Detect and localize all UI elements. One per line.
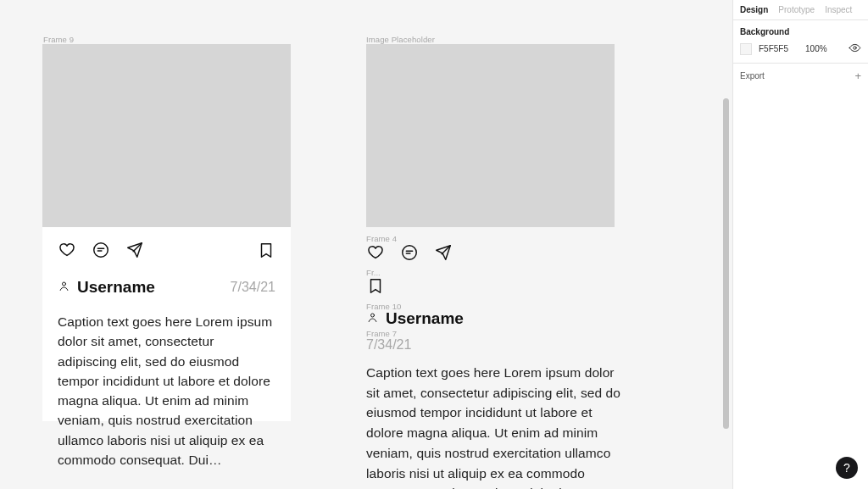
svg-point-0 [94, 243, 108, 258]
canvas-scrollbar-track[interactable] [723, 0, 729, 489]
heart-icon[interactable] [58, 241, 76, 263]
post-caption: Caption text goes here Lorem ipsum dolor… [58, 312, 275, 470]
help-label: ? [843, 461, 850, 475]
bookmark-icon[interactable] [257, 241, 275, 263]
frame-label-frame-9[interactable]: Frame 9 [43, 35, 74, 44]
post-actions-row [58, 241, 275, 263]
inspector-panel: Design Prototype Inspect Background F5F5… [732, 0, 868, 489]
share-icon[interactable] [434, 243, 453, 265]
svg-point-3 [371, 314, 375, 317]
post-date: 7/34/21 [231, 280, 275, 295]
comment-icon[interactable] [92, 241, 110, 263]
tab-design[interactable]: Design [740, 5, 768, 14]
svg-point-4 [854, 47, 856, 49]
frame-label-image-placeholder[interactable]: Image Placeholder [366, 35, 435, 44]
post-actions-row-right [366, 243, 453, 265]
svg-point-2 [403, 246, 417, 260]
post-username: Username [77, 278, 155, 297]
share-icon[interactable] [125, 241, 144, 263]
export-section[interactable]: Export + [733, 64, 868, 88]
background-section: Background F5F5F5 100% [733, 20, 868, 64]
frame-label-frame-4[interactable]: Frame 4 [366, 234, 397, 243]
user-icon [58, 280, 70, 296]
canvas-scrollbar-thumb[interactable] [723, 98, 729, 429]
tab-inspect[interactable]: Inspect [825, 5, 852, 14]
plus-icon[interactable]: + [854, 70, 861, 81]
background-opacity[interactable]: 100% [805, 44, 827, 53]
post-user-row-right: Username [366, 309, 464, 328]
svg-point-1 [63, 282, 66, 286]
post-card-left[interactable]: Username 7/34/21 Caption text goes here … [42, 227, 291, 421]
background-hex[interactable]: F5F5F5 [759, 44, 788, 53]
post-username: Username [386, 309, 464, 328]
tab-prototype[interactable]: Prototype [778, 5, 815, 14]
export-label: Export [740, 71, 765, 81]
user-icon [366, 311, 379, 327]
inspector-tabs: Design Prototype Inspect [733, 0, 868, 20]
design-canvas[interactable]: Frame 9 [0, 0, 732, 489]
post-caption-right: Caption text goes here Lorem ipsum dolor… [366, 363, 624, 489]
image-placeholder-right[interactable] [366, 44, 615, 227]
comment-icon[interactable] [400, 243, 419, 265]
image-placeholder-left[interactable] [42, 44, 291, 227]
post-user-row: Username 7/34/21 [58, 278, 275, 297]
background-swatch[interactable] [740, 43, 752, 55]
visibility-eye-icon[interactable] [849, 42, 861, 56]
help-button[interactable]: ? [836, 457, 858, 479]
bookmark-icon[interactable] [366, 276, 385, 298]
post-date-right: 7/34/21 [366, 337, 411, 353]
heart-icon[interactable] [366, 243, 385, 265]
background-heading: Background [740, 27, 861, 36]
background-row[interactable]: F5F5F5 100% [740, 42, 861, 56]
